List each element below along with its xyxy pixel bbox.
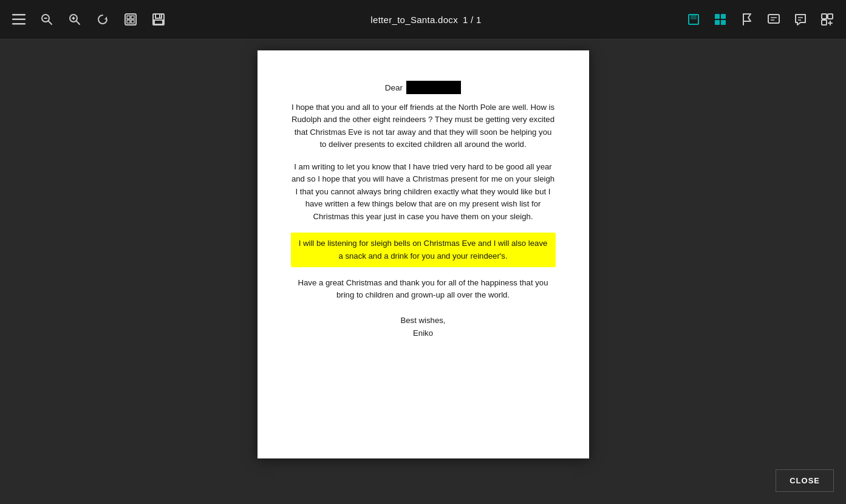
document-page: Dear I hope that you and all to your elf… <box>258 50 589 458</box>
svg-rect-25 <box>721 20 726 25</box>
doc-paragraph-2: I am writing to let you know that I have… <box>291 161 556 223</box>
doc-closing-line: Best wishes, <box>291 314 556 327</box>
page-indicator: 1 / 1 <box>463 15 482 25</box>
toolbar-left <box>10 10 168 29</box>
menu-icon[interactable] <box>10 10 28 29</box>
svg-line-5 <box>49 21 52 24</box>
svg-line-9 <box>77 21 80 24</box>
redacted-name <box>406 81 461 94</box>
snapshot-icon[interactable] <box>121 10 140 29</box>
svg-rect-21 <box>691 15 697 19</box>
doc-closing: Best wishes, Eniko <box>291 314 556 339</box>
view-grid-icon[interactable] <box>711 10 729 29</box>
document-viewer: Dear I hope that you and all to your elf… <box>0 39 846 504</box>
doc-signature: Eniko <box>291 327 556 339</box>
close-button[interactable]: CLOSE <box>776 469 834 492</box>
svg-rect-15 <box>131 20 134 23</box>
flag-icon[interactable] <box>738 10 756 29</box>
svg-rect-33 <box>822 20 827 25</box>
toolbar: letter_to_Santa.docx 1 / 1 <box>0 0 846 39</box>
greeting-text: Dear <box>385 83 403 92</box>
comment-box-icon[interactable] <box>765 10 783 29</box>
svg-rect-1 <box>12 19 26 21</box>
chat-icon[interactable] <box>791 10 810 29</box>
zoom-in-icon[interactable] <box>66 10 84 29</box>
svg-rect-14 <box>127 20 130 23</box>
zoom-out-icon[interactable] <box>38 10 56 29</box>
svg-rect-12 <box>127 16 130 19</box>
toolbar-center: letter_to_Santa.docx 1 / 1 <box>168 15 684 25</box>
toolbar-right <box>684 10 836 29</box>
svg-rect-26 <box>768 15 779 23</box>
svg-rect-22 <box>715 14 720 19</box>
save-icon[interactable] <box>149 10 168 29</box>
svg-rect-24 <box>715 20 720 25</box>
doc-paragraph-1: I hope that you and all to your elf frie… <box>291 101 556 151</box>
rotate-icon[interactable] <box>94 10 112 29</box>
svg-rect-31 <box>822 14 827 19</box>
svg-rect-2 <box>12 23 26 25</box>
svg-marker-10 <box>104 16 107 19</box>
view-single-icon[interactable] <box>684 10 703 29</box>
svg-rect-32 <box>828 14 833 19</box>
svg-rect-13 <box>131 16 134 19</box>
doc-highlighted-text: I will be listening for sleigh bells on … <box>291 233 556 267</box>
doc-greeting: Dear <box>291 81 556 94</box>
svg-rect-23 <box>721 14 726 19</box>
overflow-icon[interactable] <box>818 10 836 29</box>
svg-rect-0 <box>12 14 26 16</box>
svg-rect-18 <box>154 20 163 24</box>
doc-paragraph-3: Have a great Christmas and thank you for… <box>291 277 556 302</box>
document-title: letter_to_Santa.docx <box>370 15 458 25</box>
svg-rect-17 <box>155 14 162 18</box>
